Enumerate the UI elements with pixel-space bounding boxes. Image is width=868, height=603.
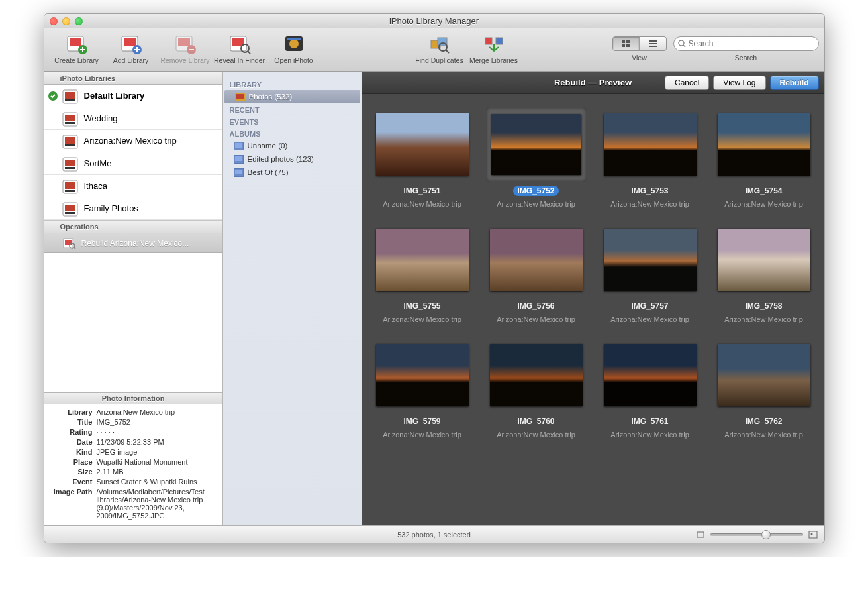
cancel-button[interactable]: Cancel [665, 76, 709, 90]
thumb-small-icon[interactable] [696, 530, 705, 539]
photo-thumbnail[interactable] [718, 229, 810, 291]
thumb-wrap [372, 223, 473, 297]
photo-thumbnail[interactable] [491, 114, 581, 175]
photo-thumbnail[interactable] [718, 344, 810, 406]
photo-thumbnail[interactable] [490, 229, 583, 291]
info-key: Event [50, 478, 93, 486]
svg-rect-20 [622, 40, 625, 43]
photo-cell[interactable]: IMG_5754Arizona:New Mexico trip [710, 107, 818, 208]
info-key: Rating [50, 428, 93, 436]
status-text: 532 photos, 1 selected [397, 531, 471, 539]
slider-knob[interactable] [761, 530, 771, 539]
photo-cell[interactable]: IMG_5762Arizona:New Mexico trip [710, 338, 818, 439]
create-library-button[interactable]: Create Library [50, 31, 104, 64]
search-input[interactable] [689, 39, 814, 48]
thumb-large-icon[interactable] [808, 530, 818, 539]
library-item[interactable]: Ithaca [44, 175, 222, 197]
view-log-button[interactable]: View Log [713, 76, 765, 90]
svg-point-27 [679, 40, 684, 46]
thumb-wrap [714, 107, 814, 182]
list-icon [648, 40, 657, 48]
view-grid-button[interactable] [613, 37, 640, 50]
photo-thumbnail[interactable] [718, 113, 810, 176]
svg-rect-33 [65, 115, 75, 121]
photo-thumbnail[interactable] [604, 113, 697, 176]
photo-cell[interactable]: IMG_5756Arizona:New Mexico trip [483, 223, 590, 323]
photo-thumbnail[interactable] [376, 113, 469, 176]
svg-rect-43 [65, 190, 75, 192]
minimize-window-button[interactable] [62, 17, 70, 25]
main-header: Rebuild — Preview Cancel View Log Rebuil… [362, 72, 824, 94]
photos-icon [235, 93, 245, 101]
open-iphoto-button[interactable]: Open iPhoto [267, 31, 321, 64]
search-input-wrapper[interactable] [673, 36, 819, 51]
photo-name: IMG_5759 [399, 416, 444, 427]
photo-cell[interactable]: IMG_5752Arizona:New Mexico trip [483, 107, 590, 208]
info-row: LibraryArizona:New Mexico trip [50, 408, 217, 416]
reveal-in-finder-button[interactable]: Reveal In Finder [213, 31, 267, 64]
thumb-wrap [486, 223, 587, 297]
album-item[interactable]: Best Of (75) [223, 166, 362, 179]
svg-rect-42 [65, 182, 75, 189]
add-library-button[interactable]: Add Library [104, 31, 158, 64]
photo-cell[interactable]: IMG_5757Arizona:New Mexico trip [597, 223, 704, 323]
info-value: Wupatki National Monument [97, 458, 217, 466]
view-segment-col: View [612, 31, 667, 62]
remove-library-icon [174, 32, 197, 55]
svg-rect-55 [235, 156, 242, 161]
library-item[interactable]: Default Library [44, 85, 222, 107]
photo-cell[interactable]: IMG_5761Arizona:New Mexico trip [597, 338, 704, 439]
find-duplicates-button[interactable]: Find Duplicates [412, 31, 467, 64]
photo-thumbnail[interactable] [490, 344, 583, 406]
svg-rect-34 [65, 122, 75, 124]
svg-rect-25 [649, 43, 657, 44]
photo-cell[interactable]: IMG_5758Arizona:New Mexico trip [710, 223, 818, 323]
events-section-header: EVENTS [223, 115, 362, 127]
photo-cell[interactable]: IMG_5760Arizona:New Mexico trip [483, 338, 590, 439]
svg-rect-45 [65, 205, 75, 211]
library-item[interactable]: Wedding [44, 107, 222, 130]
view-list-button[interactable] [640, 37, 666, 50]
photos-source[interactable]: Photos (532) [224, 90, 360, 103]
photo-cell[interactable]: IMG_5751Arizona:New Mexico trip [369, 107, 476, 208]
merge-libraries-button[interactable]: Merge Libraries [467, 31, 521, 64]
app-window: iPhoto Library Manager Create Library Ad… [44, 13, 825, 543]
library-item[interactable]: Arizona:New Mexico trip [44, 130, 222, 152]
operation-item[interactable]: Rebuild Arizona:New Mexico... [44, 233, 222, 253]
album-item[interactable]: Edited photos (123) [223, 152, 362, 166]
info-key: Image Path [50, 488, 93, 520]
photo-thumbnail[interactable] [376, 229, 469, 291]
rebuild-button[interactable]: Rebuild [770, 76, 819, 90]
album-item[interactable]: Unname (0) [223, 139, 362, 152]
photo-thumbnail[interactable] [604, 344, 697, 406]
library-item-label: Default Library [84, 91, 145, 101]
svg-rect-40 [65, 167, 75, 169]
svg-rect-39 [65, 160, 75, 166]
info-value: IMG_5752 [97, 418, 217, 426]
info-row: TitleIMG_5752 [50, 418, 217, 426]
photo-name: IMG_5761 [627, 416, 672, 427]
statusbar: 532 photos, 1 selected [44, 525, 824, 543]
photo-thumbnail[interactable] [376, 344, 469, 406]
photo-cell[interactable]: IMG_5753Arizona:New Mexico trip [597, 107, 704, 208]
photo-cell[interactable]: IMG_5759Arizona:New Mexico trip [369, 338, 476, 439]
close-window-button[interactable] [50, 17, 58, 25]
library-item[interactable]: SortMe [44, 152, 222, 175]
thumbnail-size-slider[interactable] [710, 533, 803, 536]
view-mode-segment[interactable] [612, 36, 667, 51]
photo-cell[interactable]: IMG_5755Arizona:New Mexico trip [369, 223, 476, 323]
thumb-wrap [486, 338, 587, 412]
info-key: Kind [50, 448, 93, 456]
photo-thumbnail[interactable] [604, 229, 697, 291]
thumb-wrap [600, 223, 700, 297]
photo-grid[interactable]: IMG_5751Arizona:New Mexico tripIMG_5752A… [362, 94, 824, 525]
info-key: Date [50, 438, 93, 446]
info-key: Library [50, 408, 93, 416]
album-icon [234, 168, 244, 177]
svg-rect-36 [65, 137, 75, 144]
zoom-window-button[interactable] [75, 17, 83, 25]
svg-rect-57 [235, 170, 242, 174]
thumb-wrap [714, 223, 814, 297]
library-item[interactable]: Family Photos [44, 197, 222, 220]
svg-rect-19 [496, 38, 503, 44]
